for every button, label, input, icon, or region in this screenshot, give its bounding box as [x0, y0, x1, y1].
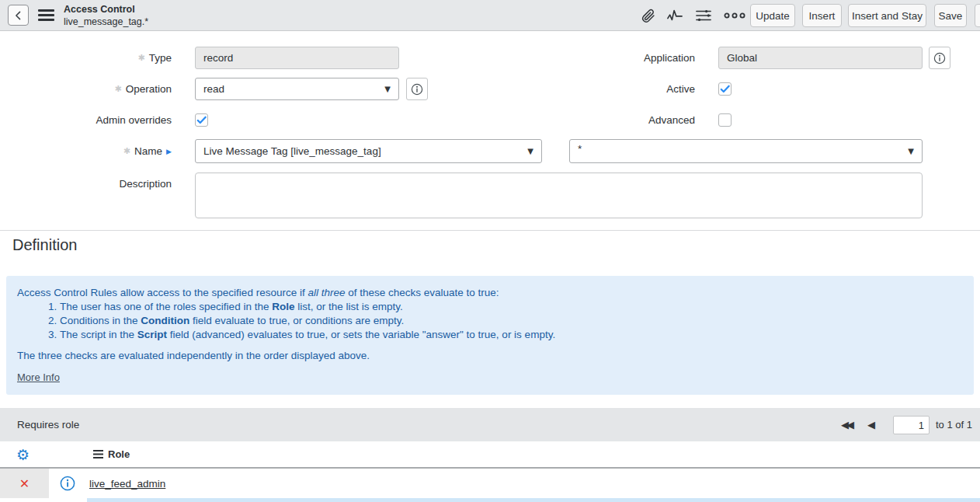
admin-overrides-checkbox[interactable] — [195, 113, 208, 127]
expand-arrow-icon[interactable]: ▶ — [166, 148, 172, 155]
info-icon — [411, 83, 423, 96]
description-label: Description — [0, 173, 172, 195]
more-options-icon[interactable] — [722, 7, 747, 24]
mandatory-icon: ✱ — [114, 84, 121, 94]
chevron-left-icon — [13, 10, 24, 21]
active-label: Active — [497, 78, 695, 100]
form-header-bar: Access Control live_message_tag.* Update… — [0, 0, 980, 31]
mandatory-icon: ✱ — [123, 146, 130, 156]
row-info-icon[interactable] — [60, 476, 75, 494]
name-field-qualifier-select[interactable]: * ▼ — [569, 139, 923, 163]
record-title: Access Control live_message_tag.* — [64, 3, 148, 28]
role-table-row: ✕ live_feed_admin — [0, 469, 980, 498]
partial-clipped-button[interactable] — [975, 4, 980, 27]
dropdown-arrow-icon: ▼ — [384, 85, 391, 93]
operation-info-button[interactable] — [406, 78, 428, 100]
name-label: ✱ Name ▶ — [0, 140, 172, 162]
context-menu-icon[interactable] — [38, 9, 54, 23]
operation-select[interactable]: read ▼ — [195, 78, 399, 100]
application-field: Global — [718, 47, 923, 69]
gear-icon[interactable]: ⚙ — [16, 444, 30, 465]
column-menu-icon — [93, 450, 103, 458]
info-icon — [933, 52, 946, 64]
check-icon — [196, 114, 207, 126]
attachment-icon[interactable] — [638, 7, 657, 24]
page-title: Access Control — [64, 3, 148, 16]
new-row-edit-strip[interactable] — [87, 498, 980, 502]
delete-row-icon[interactable]: ✕ — [19, 476, 30, 491]
info-intro: Access Control Rules allow access to the… — [17, 286, 963, 300]
application-label: Application — [497, 47, 695, 69]
role-record-link[interactable]: live_feed_admin — [89, 478, 165, 490]
related-list-title: Requires role — [17, 408, 79, 441]
role-table-header: ⚙ Role — [0, 441, 980, 469]
page-subtitle: live_message_tag.* — [64, 16, 148, 28]
name-table-select[interactable]: Live Message Tag [live_message_tag] ▼ — [195, 139, 542, 163]
type-field: record — [195, 47, 399, 69]
requires-role-list-header: Requires role ◀◀ ◀ to 1 of 1 — [0, 408, 980, 441]
role-column-header[interactable]: Role — [93, 441, 130, 467]
info-check-item: Conditions in the Condition field evalua… — [60, 314, 963, 328]
advanced-label: Advanced — [497, 109, 695, 131]
access-control-form-page: Access Control live_message_tag.* Update… — [0, 0, 980, 502]
check-icon — [719, 83, 731, 95]
info-check-item: The user has one of the roles specified … — [60, 300, 963, 314]
dropdown-arrow-icon: ▼ — [527, 147, 533, 155]
info-footer: The three checks are evaluated independe… — [17, 349, 963, 363]
insert-and-stay-button[interactable]: Insert and Stay — [848, 4, 926, 27]
save-button[interactable]: Save — [934, 4, 967, 27]
section-divider — [0, 230, 980, 231]
application-info-button[interactable] — [929, 47, 950, 69]
advanced-checkbox[interactable] — [718, 113, 732, 127]
type-label: ✱ Type — [0, 47, 172, 69]
pagination-range-text: to 1 of 1 — [936, 408, 972, 441]
previous-page-icon[interactable]: ◀ — [867, 408, 875, 441]
more-info-link[interactable]: More Info — [17, 371, 60, 385]
definition-heading: Definition — [12, 236, 77, 254]
active-checkbox[interactable] — [718, 82, 732, 96]
definition-info-box: Access Control Rules allow access to the… — [6, 276, 974, 395]
personalize-sliders-icon[interactable] — [694, 7, 713, 24]
insert-button[interactable]: Insert — [802, 4, 842, 27]
info-checks-list: The user has one of the roles specified … — [17, 300, 963, 342]
first-page-icon[interactable]: ◀◀ — [841, 408, 852, 441]
update-button[interactable]: Update — [750, 4, 795, 27]
info-check-item: The script in the Script field (advanced… — [60, 328, 963, 342]
description-textarea[interactable] — [195, 173, 923, 218]
page-number-input[interactable] — [893, 416, 930, 434]
mandatory-icon: ✱ — [138, 53, 145, 63]
admin-overrides-label: Admin overrides — [0, 109, 172, 131]
row-delete-cell: ✕ — [0, 469, 49, 498]
operation-label: ✱ Operation — [0, 78, 172, 100]
dropdown-arrow-icon: ▼ — [908, 147, 914, 155]
back-button[interactable] — [8, 5, 29, 26]
activity-stream-icon[interactable] — [665, 7, 684, 24]
